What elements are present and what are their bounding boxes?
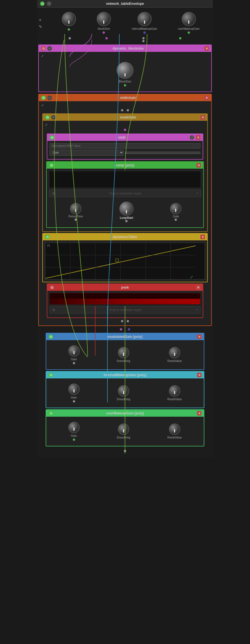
user-gain-knob[interactable] bbox=[68, 422, 80, 433]
modchain-connectors bbox=[45, 128, 205, 132]
modgain-reset-knob[interactable] bbox=[169, 347, 180, 358]
dynamics-power[interactable]: ⏻ bbox=[45, 235, 50, 239]
period-time-label: PeriodTime bbox=[69, 215, 83, 218]
internal-gain-group: Gain bbox=[68, 384, 80, 402]
dynamic-blocksize-refresh[interactable]: ↺ bbox=[47, 46, 52, 51]
ramp-power[interactable]: ⏻ bbox=[49, 163, 54, 168]
pen-button[interactable]: ✎ bbox=[38, 24, 43, 29]
env-duration-knob[interactable] bbox=[62, 12, 76, 26]
midichain-close[interactable]: ✕ bbox=[204, 96, 209, 100]
internal-smoothing-knob[interactable] bbox=[118, 385, 129, 397]
loop-start-knob[interactable] bbox=[119, 202, 134, 216]
drag-plus-icon: ⊕ bbox=[52, 191, 55, 196]
bottom-connectors bbox=[37, 448, 213, 458]
ramp-gate-knob[interactable] bbox=[170, 203, 181, 214]
peak-drag-text: Drag to modulation target bbox=[57, 308, 193, 312]
internal-reset-label: ResetValue bbox=[167, 398, 182, 401]
period-time-knob[interactable] bbox=[70, 203, 81, 214]
dynamic-blocksize-power[interactable]: ⏻ bbox=[41, 46, 46, 51]
modulated-gain-header: ⏻ modulatedGain [poly] ✕ bbox=[46, 333, 204, 340]
user-reset-knob[interactable] bbox=[169, 423, 180, 435]
ramp-close[interactable]: ✕ bbox=[196, 163, 201, 168]
user-knobs: Gain Smoothing ResetValue bbox=[48, 419, 202, 444]
mid-con1 bbox=[120, 328, 122, 331]
internal-gain-knob[interactable] bbox=[68, 384, 80, 395]
user-smoothing-knob[interactable] bbox=[118, 423, 129, 435]
midi-header: ⏻ midi ↺ ✕ bbox=[47, 134, 203, 141]
title-bar: ⏻ ↺ network_tableEnvelope bbox=[37, 0, 213, 8]
midichain-expand[interactable]: ⤢ bbox=[41, 103, 209, 107]
midichain-header: ⏻ ↺ midichain ✕ bbox=[39, 94, 211, 101]
svg-rect-8 bbox=[116, 259, 118, 262]
user-gain-group: Gain bbox=[68, 422, 80, 441]
modgain-gain-knob[interactable] bbox=[68, 345, 80, 357]
dynamics-table-panel: ⏻ dynamicsTable ✕ #1 bbox=[42, 233, 208, 282]
dynamics-header: ⏻ dynamicsTable ✕ bbox=[43, 234, 207, 240]
internal-close[interactable]: ✕ bbox=[197, 373, 202, 377]
midichain-refresh[interactable]: ↺ bbox=[47, 96, 52, 100]
add-button[interactable]: + bbox=[38, 17, 43, 23]
internal-smoothing-group: Smoothing bbox=[117, 385, 130, 401]
dynamic-blocksize-expand[interactable]: ⤢ bbox=[41, 54, 209, 58]
modgain-smoothing-knob[interactable] bbox=[118, 347, 129, 358]
user-close[interactable]: ✕ bbox=[197, 411, 202, 416]
peak-close[interactable]: ✕ bbox=[196, 285, 200, 290]
mid-connectors bbox=[37, 327, 213, 332]
modchain-header: ⏻ ↺ modchain ✕ bbox=[43, 114, 207, 121]
user-makeup-header: ⏻ userMakeupGain [poly] ✕ bbox=[46, 410, 204, 417]
midichain-power[interactable]: ⏻ bbox=[41, 96, 46, 100]
ramp-drag-text: Drag to modulation target bbox=[57, 192, 194, 195]
internal-out-top bbox=[142, 37, 145, 39]
modchain-content: ⤢ ⏻ midi ↺ ✕ bbox=[43, 121, 207, 231]
modchain-title: modchain bbox=[58, 115, 199, 119]
normalised-midi-input[interactable] bbox=[50, 143, 200, 149]
midichain-connectors bbox=[41, 108, 209, 112]
blocksize-knob[interactable] bbox=[116, 62, 134, 79]
ramp-title: ramp [poly] bbox=[55, 163, 195, 167]
midi-panel: ⏻ midi ↺ ✕ Gate bbox=[47, 134, 203, 160]
dynamic-blocksize-close[interactable]: ✕ bbox=[204, 46, 209, 51]
peak-bar bbox=[50, 299, 200, 304]
refresh-icon[interactable]: ↺ bbox=[47, 1, 51, 6]
internal-content: Gain Smoothing ResetValue bbox=[46, 378, 204, 408]
power-icon[interactable]: ⏻ bbox=[40, 1, 45, 6]
peak-display bbox=[50, 293, 200, 304]
internal-gain-out bbox=[73, 400, 75, 402]
internal-knobs: Gain Smoothing ResetValue bbox=[48, 381, 202, 405]
modchain-close[interactable]: ✕ bbox=[200, 115, 205, 120]
user-gain-label: Gain bbox=[71, 434, 77, 437]
peak-power[interactable]: ⏻ bbox=[50, 285, 54, 290]
internal-reset-group: ResetValue bbox=[167, 385, 182, 401]
peak-panel: ⏻ peak ✕ ⊕ Drag to modulation target ↗ bbox=[47, 283, 203, 318]
chart-label: #1 bbox=[47, 244, 50, 247]
modchain-refresh[interactable]: ↺ bbox=[51, 115, 56, 120]
internal-power[interactable]: ⏻ bbox=[48, 373, 53, 377]
internal-makeup-knob[interactable] bbox=[137, 12, 152, 26]
midi-refresh-icon[interactable]: ↺ bbox=[190, 135, 194, 140]
internal-reset-knob[interactable] bbox=[169, 385, 180, 397]
block-size-connector bbox=[103, 31, 105, 34]
modgain-close[interactable]: ✕ bbox=[197, 334, 202, 339]
modchain-expand[interactable]: ⤢ bbox=[45, 123, 205, 127]
internal-makeup-group: internalMakeupGain bbox=[132, 12, 157, 34]
app-title: network_tableEnvelope bbox=[106, 2, 144, 6]
midi-close[interactable]: ✕ bbox=[196, 135, 200, 140]
user-power[interactable]: ⏻ bbox=[48, 411, 53, 416]
midichain-panel: ⏻ ↺ midichain ✕ ⤢ ⏻ ↺ modchain ✕ ⤢ bbox=[38, 94, 212, 326]
dynamics-close[interactable]: ✕ bbox=[200, 235, 205, 239]
ramp-drag-mod[interactable]: ⊕ Drag to modulation target ↗ bbox=[49, 190, 201, 197]
modulated-gain-panel: ⏻ modulatedGain [poly] ✕ Gain Smoothing … bbox=[46, 333, 204, 370]
midi-value-display bbox=[125, 152, 200, 154]
midi-power[interactable]: ⏻ bbox=[50, 135, 54, 140]
modchain-power[interactable]: ⏻ bbox=[45, 115, 50, 120]
modgain-smoothing-group: Smoothing bbox=[117, 347, 130, 363]
user-makeup-knob[interactable] bbox=[182, 12, 196, 26]
user-makeup-group: userMakeupGain bbox=[178, 12, 200, 34]
midi-gate-select[interactable]: Gate bbox=[50, 150, 124, 156]
block-size-knob[interactable] bbox=[97, 12, 111, 26]
modgain-knobs: Gain Smoothing ResetValue bbox=[48, 342, 202, 367]
internal-makeup-connector bbox=[143, 31, 146, 34]
modgain-gain-out bbox=[73, 362, 75, 364]
modgain-power[interactable]: ⏻ bbox=[48, 334, 53, 339]
peak-drag-mod[interactable]: ⊕ Drag to modulation target ↗ bbox=[50, 306, 200, 313]
